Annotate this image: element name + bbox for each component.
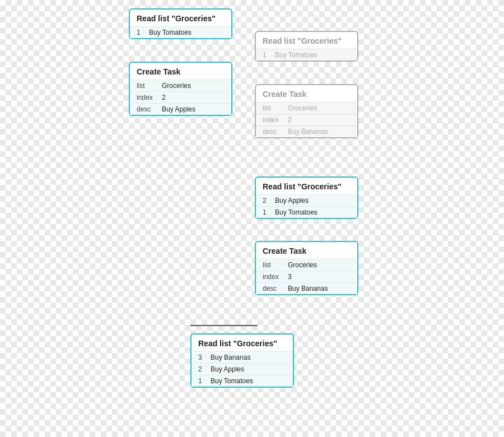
card-create-1: Create Task list Groceries index 2 desc … xyxy=(129,62,232,116)
card4-title: Create Task xyxy=(256,85,357,102)
list-text: Buy Tomatoes xyxy=(275,51,318,59)
row-key: list xyxy=(263,261,288,269)
row-val: Buy Bananas xyxy=(288,128,328,136)
list-text: Buy Apples xyxy=(211,365,244,373)
card-row: desc Buy Apples xyxy=(130,103,231,115)
row-key: index xyxy=(137,94,162,101)
card-read-2-muted: Read list "Groceries" 1 Buy Tomatoes xyxy=(255,31,358,62)
list-num: 2 xyxy=(263,197,275,204)
card-row: desc Buy Bananas xyxy=(256,125,357,137)
connector-line xyxy=(190,325,258,326)
list-num: 1 xyxy=(137,29,149,36)
list-row: 1 Buy Tomatoes xyxy=(256,49,357,61)
card-row: index 3 xyxy=(256,271,357,282)
row-val: Groceries xyxy=(288,261,317,269)
card-row: index 2 xyxy=(256,114,357,125)
row-key: desc xyxy=(263,128,288,136)
row-val: 2 xyxy=(288,116,292,124)
row-val: Buy Bananas xyxy=(288,285,328,292)
card2-title: Create Task xyxy=(130,63,231,80)
row-val: Groceries xyxy=(162,82,191,90)
row-key: index xyxy=(263,116,288,124)
list-num: 2 xyxy=(198,365,211,373)
list-text: Buy Tomatoes xyxy=(149,29,192,36)
list-text: Buy Bananas xyxy=(211,354,250,361)
card-read-1: Read list "Groceries" 1 Buy Tomatoes xyxy=(129,8,232,39)
row-key: list xyxy=(263,104,288,112)
row-val: Buy Apples xyxy=(162,105,195,113)
card-create-3: Create Task list Groceries index 3 desc … xyxy=(255,241,358,295)
card-row: index 2 xyxy=(130,91,231,103)
card1-title: Read list "Groceries" xyxy=(130,10,231,26)
list-row: 2 Buy Apples xyxy=(192,363,293,375)
row-val: Groceries xyxy=(288,104,317,112)
list-row: 1 Buy Tomatoes xyxy=(192,375,293,387)
card-row: list Groceries xyxy=(256,102,357,114)
card-read-4: Read list "Groceries" 3 Buy Bananas 2 Bu… xyxy=(190,333,294,388)
list-row: 1 Buy Tomatoes xyxy=(256,206,357,218)
card7-title: Read list "Groceries" xyxy=(192,334,293,351)
list-num: 3 xyxy=(198,354,211,361)
list-text: Buy Apples xyxy=(275,197,309,204)
card-row: desc Buy Bananas xyxy=(256,282,357,294)
list-text: Buy Tomatoes xyxy=(211,377,253,385)
row-val: 3 xyxy=(288,273,292,281)
list-text: Buy Tomatoes xyxy=(275,208,318,216)
card5-title: Read list "Groceries" xyxy=(256,178,357,194)
list-row: 3 Buy Bananas xyxy=(192,351,293,363)
card6-title: Create Task xyxy=(256,242,357,259)
card-read-3: Read list "Groceries" 2 Buy Apples 1 Buy… xyxy=(255,176,358,219)
list-row: 1 Buy Tomatoes xyxy=(130,26,231,38)
card-row: list Groceries xyxy=(256,259,357,271)
card-create-2-muted: Create Task list Groceries index 2 desc … xyxy=(255,84,358,138)
card3-title: Read list "Groceries" xyxy=(256,32,357,49)
row-key: desc xyxy=(263,285,288,292)
row-key: index xyxy=(263,273,288,281)
list-row: 2 Buy Apples xyxy=(256,194,357,206)
row-key: desc xyxy=(137,105,162,113)
list-num: 1 xyxy=(263,51,275,59)
list-num: 1 xyxy=(198,377,211,385)
card-row: list Groceries xyxy=(130,80,231,91)
row-key: list xyxy=(137,82,162,90)
row-val: 2 xyxy=(162,94,166,101)
list-num: 1 xyxy=(263,208,275,216)
